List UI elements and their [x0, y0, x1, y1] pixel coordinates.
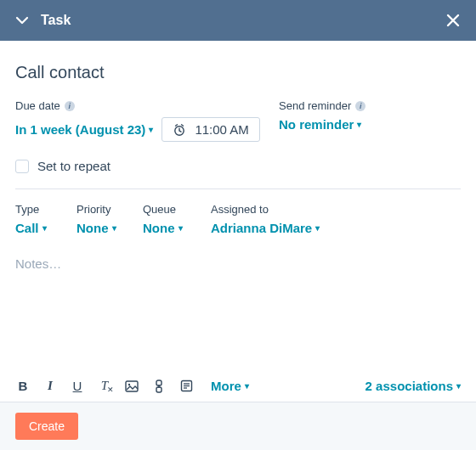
close-icon[interactable] [445, 13, 461, 28]
reminder-label-text: Send reminder [279, 99, 351, 112]
priority-dropdown[interactable]: None ▾ [76, 221, 116, 235]
due-date-dropdown[interactable]: In 1 week (August 23) ▾ [15, 122, 153, 137]
create-button[interactable]: Create [15, 413, 78, 440]
editor-toolbar: B I U T✕ More ▾ 2 associations ▾ [0, 370, 476, 402]
collapse-icon[interactable] [15, 14, 29, 27]
reminder-label: Send reminder i [279, 99, 461, 112]
link-icon[interactable] [151, 380, 167, 393]
assigned-dropdown[interactable]: Adrianna DiMare ▾ [211, 221, 320, 235]
task-title-input[interactable] [15, 56, 461, 94]
caret-down-icon: ▾ [315, 223, 320, 233]
repeat-checkbox[interactable] [15, 160, 29, 173]
caret-down-icon: ▾ [357, 120, 361, 129]
clock-icon [173, 123, 186, 137]
italic-button[interactable]: I [42, 379, 58, 393]
reminder-value: No reminder [279, 117, 354, 132]
queue-label: Queue [143, 203, 211, 216]
caret-down-icon: ▾ [245, 381, 249, 391]
caret-down-icon: ▾ [456, 381, 461, 391]
bold-button[interactable]: B [15, 379, 31, 393]
assigned-value: Adrianna DiMare [211, 221, 312, 235]
caret-down-icon: ▾ [149, 125, 153, 134]
due-time-value: 11:00 AM [195, 122, 248, 137]
associations-label: 2 associations [366, 379, 453, 393]
notes-placeholder: Notes… [15, 255, 461, 273]
clear-format-button[interactable]: T✕ [97, 379, 112, 393]
underline-button[interactable]: U [70, 379, 85, 393]
info-icon[interactable]: i [65, 101, 75, 111]
queue-dropdown[interactable]: None ▾ [143, 221, 183, 235]
priority-label: Priority [76, 203, 143, 216]
more-dropdown[interactable]: More ▾ [211, 379, 249, 393]
svg-point-2 [128, 383, 130, 385]
type-value: Call [15, 221, 39, 235]
caret-down-icon: ▾ [112, 223, 116, 233]
reminder-dropdown[interactable]: No reminder ▾ [279, 117, 361, 132]
type-dropdown[interactable]: Call ▾ [15, 221, 47, 235]
priority-value: None [76, 221, 109, 235]
due-date-label-text: Due date [15, 99, 60, 112]
panel-title: Task [41, 13, 71, 28]
type-label: Type [15, 203, 76, 216]
assigned-label: Assigned to [211, 203, 320, 216]
caret-down-icon: ▾ [178, 223, 183, 233]
info-icon[interactable]: i [355, 101, 366, 111]
queue-value: None [143, 221, 175, 235]
notes-editor[interactable]: Notes… [15, 255, 461, 273]
snippet-icon[interactable] [178, 380, 194, 392]
panel-header: Task [0, 0, 476, 41]
more-label: More [211, 379, 241, 393]
due-date-label: Due date i [15, 99, 279, 112]
panel-footer: Create [0, 402, 476, 450]
due-time-input[interactable]: 11:00 AM [162, 117, 259, 142]
caret-down-icon: ▾ [42, 223, 47, 233]
associations-dropdown[interactable]: 2 associations ▾ [366, 379, 461, 393]
image-icon[interactable] [124, 380, 139, 392]
repeat-label: Set to repeat [37, 159, 110, 173]
due-date-value: In 1 week (August 23) [15, 122, 145, 137]
